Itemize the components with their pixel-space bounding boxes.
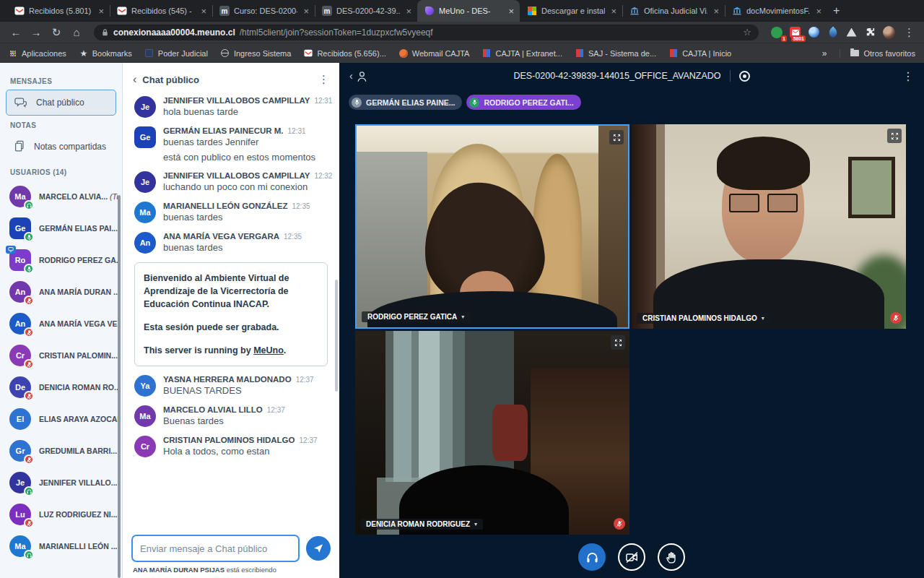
bookmark-item[interactable]: ★ Poder Judicial	[145, 49, 208, 58]
bookmark-item[interactable]: ★ SAJ - Sistema de...	[575, 49, 656, 58]
bookmark-item[interactable]: ★ Bookmarks	[79, 49, 132, 58]
drive-icon[interactable]	[845, 26, 858, 38]
chat-back-icon[interactable]: ‹	[133, 73, 136, 86]
video-name-label[interactable]: CRISTIAN PALOMINOS HIDALGO▾	[637, 313, 770, 324]
chat-message-input[interactable]	[131, 535, 300, 562]
user-list-item[interactable]: Lu LUZ RODRIGUEZ NI...	[0, 499, 122, 530]
welcome-message: Bienvenido al Ambiente Virtual de Aprend…	[134, 262, 328, 367]
bookmark-item[interactable]: ★ Webmail CAJTA	[399, 49, 470, 58]
user-list-item[interactable]: Ro RODRIGO PEREZ GA...	[0, 244, 122, 276]
video-name-label[interactable]: RODRIGO PEREZ GATICA▾	[362, 311, 470, 322]
bookmark-label: Webmail CAJTA	[412, 49, 470, 58]
extension-mail-icon[interactable]: 5801	[789, 26, 801, 38]
tab-title: Descargar e instal...	[541, 7, 605, 15]
sidebar-item-public-chat[interactable]: Chat público	[6, 90, 116, 116]
extension-sphere-icon[interactable]	[808, 26, 820, 38]
server-link[interactable]: MeUno	[253, 345, 284, 355]
message-text: buenas tardes Jennifer está con publico …	[163, 135, 315, 165]
extensions-row: 1 5801 ⋮	[767, 26, 917, 38]
tab-close-icon[interactable]: ×	[712, 6, 720, 17]
user-list-item[interactable]: Ge GERMÁN ELIAS PAI...	[0, 212, 122, 244]
user-list-item[interactable]: An ANA MARÍA VEGA VE...	[0, 308, 122, 340]
chat-scrollbar[interactable]	[335, 280, 338, 392]
bookmark-item[interactable]: ★ CAJTA | Inicio	[669, 49, 731, 58]
extensions-puzzle-icon[interactable]	[864, 26, 876, 38]
browser-tab[interactable]: m docMovimientosF... ×	[725, 0, 827, 22]
fullscreen-icon[interactable]	[611, 335, 625, 350]
user-list-item[interactable]: Gr GREDUMILA BARRI...	[0, 435, 122, 467]
user-list-item[interactable]: El ELIAS ARAYA AZOCAR	[0, 403, 122, 435]
forward-icon[interactable]: →	[27, 26, 45, 38]
sidebar-item-shared-notes[interactable]: Notas compartidas	[6, 134, 116, 159]
browser-tab[interactable]: m Curso: DES-0200- ×	[212, 0, 315, 22]
reload-icon[interactable]: ↻	[48, 26, 65, 39]
home-icon[interactable]: ⌂	[68, 26, 85, 38]
talker-pills-row: GERMÁN ELIAS PAINE... RODRIGO PEREZ GATI…	[349, 95, 581, 110]
browser-tab[interactable]: m MeUno - DES- ×	[417, 0, 520, 22]
user-list-item[interactable]: De DENICIA ROMAN RO...	[0, 371, 122, 403]
user-list-item[interactable]: Ma MARCELO ALVIA... (Tu)	[0, 181, 122, 212]
back-icon[interactable]: ←	[7, 26, 25, 38]
new-tab-button[interactable]: +	[833, 4, 840, 17]
tab-close-icon[interactable]: ×	[814, 6, 823, 17]
bookmark-item[interactable]: ★ CAJTA | Extranet...	[482, 49, 562, 58]
send-message-button[interactable]	[306, 536, 331, 561]
browser-toolbar: ← → ↻ ⌂ conexionaaaa00004.meuno.cl /html…	[0, 22, 924, 43]
user-status-icon	[24, 518, 34, 528]
user-name: RODRIGO PEREZ GA...	[39, 256, 118, 264]
bookmark-icon: ★	[669, 49, 678, 58]
chat-message: Ya YASNA HERRERA MALDONADO12:37 BUENAS T…	[134, 375, 328, 399]
webcam-button[interactable]	[618, 543, 645, 571]
chat-menu-icon[interactable]: ⋮	[318, 73, 329, 86]
toggle-user-list-button[interactable]: ‹	[349, 69, 368, 83]
bookmark-item[interactable]: ★ Aplicaciones	[9, 49, 66, 58]
tab-close-icon[interactable]: ×	[404, 6, 413, 17]
tab-close-icon[interactable]: ×	[609, 6, 618, 17]
notes-icon	[13, 139, 26, 153]
bookmark-item[interactable]: ★ Recibidos (5.656)...	[304, 49, 385, 58]
user-list-item[interactable]: Cr CRISTIAN PALOMIN...	[0, 340, 122, 371]
talker-name: GERMÁN ELIAS PAINE...	[366, 98, 455, 107]
user-list-item[interactable]: Je JENNIFER VILLALO...	[0, 467, 122, 499]
other-bookmarks[interactable]: Otros favoritos	[840, 49, 915, 58]
profile-avatar[interactable]	[883, 26, 895, 38]
audio-button[interactable]	[578, 543, 606, 571]
bookmark-icon: ★	[79, 49, 88, 58]
browser-tab[interactable]: m DES-0200-42-39... ×	[315, 0, 417, 22]
extension-drop-icon[interactable]	[827, 26, 839, 38]
bookmark-icon: ★	[575, 49, 584, 58]
messages-section-header: MENSAJES	[10, 77, 122, 85]
browser-tab[interactable]: m Recibidos (5.801) ×	[7, 0, 110, 22]
browser-tab[interactable]: m Descargar e instal... ×	[520, 0, 622, 22]
fullscreen-icon[interactable]	[609, 130, 624, 144]
extension-green-icon[interactable]: 1	[770, 26, 783, 38]
tab-close-icon[interactable]: ×	[507, 6, 515, 17]
browser-menu-icon[interactable]: ⋮	[902, 27, 917, 38]
tab-close-icon[interactable]: ×	[97, 6, 105, 17]
tab-close-icon[interactable]: ×	[199, 6, 208, 17]
bookmarks-overflow-icon[interactable]: »	[822, 48, 827, 59]
tab-close-icon[interactable]: ×	[302, 6, 310, 17]
user-list-item[interactable]: An ANA MARÍA DURAN ...	[0, 276, 122, 308]
webcam-feed	[357, 126, 628, 327]
raise-hand-button[interactable]	[658, 543, 685, 571]
bookmarks-bar: ★ Aplicaciones ★ Bo	[0, 43, 924, 63]
address-bar[interactable]: conexionaaaa00004.meuno.cl /html5client/…	[94, 25, 759, 40]
bookmark-item[interactable]: ★ Ingreso Sistema	[221, 49, 291, 58]
meeting-options-icon[interactable]: ⋮	[902, 69, 914, 83]
message-text: buenas tardes	[163, 210, 310, 225]
tab-title: MeUno - DES-	[439, 7, 502, 15]
user-list-item[interactable]: Ma MARIANELLI LEÓN ...	[0, 530, 122, 562]
browser-tab[interactable]: m Oficina Judicial Vi... ×	[622, 0, 725, 22]
video-name-label[interactable]: DENICIA ROMAN RODRIGUEZ▾	[360, 519, 483, 530]
bookmark-star-icon[interactable]: ☆	[743, 27, 751, 38]
talker-mic-icon	[469, 98, 479, 108]
sidebar-scrollbar[interactable]	[118, 195, 121, 578]
fullscreen-icon[interactable]	[887, 129, 902, 143]
person-icon	[354, 69, 368, 83]
user-status-icon	[24, 232, 34, 242]
user-status-icon	[24, 200, 34, 210]
bookmark-icon: ★	[399, 49, 408, 58]
browser-tab[interactable]: m Recibidos (545) - ×	[110, 0, 212, 22]
tab-favicon: m	[527, 6, 537, 16]
